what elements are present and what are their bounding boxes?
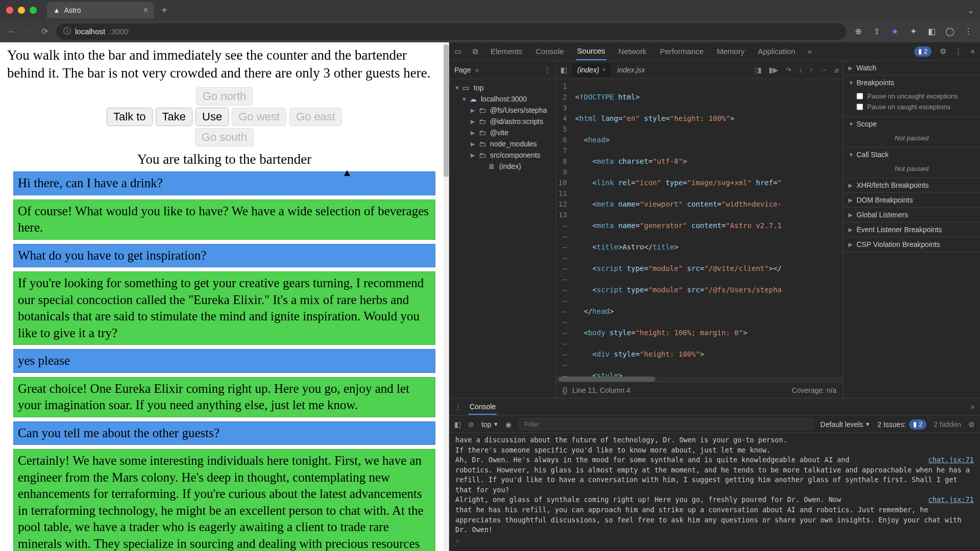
console-log-line: that he has his refill, you can approach…	[455, 505, 974, 535]
console-output[interactable]: have a discussion about the future of te…	[449, 433, 980, 551]
xhr-section[interactable]: ▶XHR/fetch Breakpoints	[843, 178, 980, 192]
go-north-button[interactable]: Go north	[196, 87, 253, 106]
console-tab[interactable]: Console	[469, 399, 497, 415]
devtools-tab-elements[interactable]: Elements	[489, 43, 524, 60]
go-west-button[interactable]: Go west	[232, 108, 286, 126]
editor-scrollbar-thumb[interactable]	[558, 377, 655, 382]
share-icon[interactable]: ⇪	[872, 27, 881, 36]
tabs-dropdown-button[interactable]: ⌄	[967, 6, 974, 15]
csp-section[interactable]: ▶CSP Violation Breakpoints	[843, 237, 980, 252]
user-message: What do you have to get inspiration?	[13, 244, 435, 268]
step-icon[interactable]: →	[820, 66, 827, 74]
tree-host[interactable]: ▼☁localhost:3000	[449, 93, 556, 105]
close-devtools-icon[interactable]: ×	[970, 47, 975, 56]
close-tab-button[interactable]: ×	[143, 6, 148, 15]
maximize-window-button[interactable]	[30, 7, 37, 14]
device-toolbar-icon[interactable]: ⧉	[473, 47, 478, 56]
tree-file-index[interactable]: 🗎(index)	[449, 161, 556, 172]
go-south-button[interactable]: Go south	[195, 128, 254, 146]
clear-console-icon[interactable]: ⊘	[468, 420, 474, 429]
scope-not-paused: Not paused	[843, 131, 980, 147]
back-button[interactable]: ←	[7, 27, 16, 36]
forward-button[interactable]: →	[23, 27, 33, 36]
talk-to-button[interactable]: Talk to	[107, 108, 153, 126]
live-expression-icon[interactable]: ◉	[505, 420, 511, 429]
more-tabs-icon[interactable]: »	[807, 47, 812, 56]
devtools-tab-sources[interactable]: Sources	[576, 42, 606, 60]
more-panes-icon[interactable]: »	[475, 66, 479, 74]
code-editor[interactable]: 12345678910111213–––––––––––––––––– <!DO…	[556, 79, 843, 377]
console-prompt[interactable]: ›	[455, 535, 974, 546]
devtools-tab-performance[interactable]: Performance	[659, 43, 705, 60]
inspect-element-icon[interactable]: ▭	[454, 47, 461, 56]
devtools-tab-memory[interactable]: Memory	[716, 43, 746, 60]
page-pane-tab[interactable]: Page	[454, 66, 471, 74]
zoom-icon[interactable]: ⊕	[853, 27, 863, 36]
settings-icon[interactable]: ⚙	[940, 47, 946, 56]
pause-caught-checkbox[interactable]: Pause on caught exceptions	[856, 102, 975, 112]
toggle-debugger-icon[interactable]: ◨	[755, 66, 762, 74]
toggle-navigator-icon[interactable]: ◧	[560, 66, 567, 74]
page-scrollbar[interactable]	[444, 42, 449, 551]
use-button[interactable]: Use	[195, 108, 229, 126]
devtools-tab-application[interactable]: Application	[757, 43, 796, 60]
side-panel-icon[interactable]: ◧	[927, 27, 936, 36]
tree-folder[interactable]: ▶🗀@id/astro:scripts	[449, 116, 556, 127]
take-button[interactable]: Take	[156, 108, 192, 126]
step-into-icon[interactable]: ↓	[799, 66, 802, 74]
url-host: localhost	[75, 27, 105, 36]
watch-section[interactable]: ▶Watch	[843, 61, 980, 75]
issues-indicator[interactable]: ▮ 2	[914, 46, 932, 57]
drawer-menu-icon[interactable]: ⋮	[454, 403, 461, 411]
new-tab-button[interactable]: +	[158, 5, 170, 16]
log-levels-select[interactable]: Default levels ▼	[820, 420, 870, 429]
tree-folder[interactable]: ▶🗀src/components	[449, 149, 556, 161]
extensions-icon[interactable]: ✦	[909, 27, 918, 36]
devtools-tab-console[interactable]: Console	[535, 43, 565, 60]
navigator-menu-icon[interactable]: ⋮	[544, 66, 551, 74]
console-sidebar-toggle-icon[interactable]: ◧	[454, 420, 461, 429]
callstack-section[interactable]: ▼Call Stack	[843, 147, 980, 162]
global-listeners-section[interactable]: ▶Global Listeners	[843, 208, 980, 222]
tree-top[interactable]: ▼▭top	[449, 82, 556, 93]
browser-tab[interactable]: ▲ Astro ×	[47, 2, 154, 18]
scope-section[interactable]: ▼Scope	[843, 117, 980, 131]
tree-folder[interactable]: ▶🗀@fs/Users/stepha	[449, 105, 556, 116]
resume-icon[interactable]: ▮▶	[769, 66, 778, 74]
profile-icon[interactable]: ◯	[945, 27, 954, 36]
console-source-link[interactable]: chat.jsx:71	[928, 455, 974, 465]
step-over-icon[interactable]: ↷	[786, 66, 792, 74]
bookmark-icon[interactable]: ★	[890, 27, 899, 36]
console-settings-icon[interactable]: ⚙	[968, 420, 975, 429]
pause-uncaught-checkbox[interactable]: Pause on uncaught exceptions	[856, 91, 975, 102]
tree-folder[interactable]: ▶🗀node_modules	[449, 138, 556, 149]
editor-horizontal-scrollbar[interactable]	[556, 377, 843, 382]
pretty-print-icon[interactable]: {}	[562, 386, 567, 394]
close-drawer-icon[interactable]: ×	[971, 403, 975, 411]
deactivate-breakpoints-icon[interactable]: ⌀	[835, 66, 839, 74]
dom-bp-section[interactable]: ▶DOM Breakpoints	[843, 193, 980, 207]
page-scrollbar-thumb[interactable]	[444, 44, 449, 177]
url-input[interactable]: ⓘ localhost:3000	[56, 23, 846, 40]
console-log-line: Alright, one glass of synthale coming ri…	[455, 495, 974, 505]
site-info-icon[interactable]: ⓘ	[63, 27, 71, 36]
devtools-menu-icon[interactable]: ⋮	[954, 47, 962, 56]
close-editor-tab-icon[interactable]: ×	[602, 66, 606, 73]
tree-folder[interactable]: ▶🗀@vite	[449, 127, 556, 138]
reload-button[interactable]: ⟳	[40, 27, 49, 36]
step-out-icon[interactable]: ↑	[810, 66, 813, 74]
page-content: You walk into the bar and immediately se…	[0, 42, 449, 551]
minimize-window-button[interactable]	[18, 7, 25, 14]
menu-icon[interactable]: ⋮	[964, 27, 973, 36]
console-issues[interactable]: 2 Issues:▮ 2	[877, 419, 926, 430]
editor-tab-index[interactable]: (index)×	[572, 63, 611, 77]
go-east-button[interactable]: Go east	[289, 108, 342, 126]
console-context-select[interactable]: top ▼	[481, 420, 498, 429]
console-filter-input[interactable]	[519, 418, 813, 430]
console-source-link[interactable]: chat.jsx:71	[928, 495, 974, 505]
close-window-button[interactable]	[6, 7, 13, 14]
breakpoints-section[interactable]: ▼Breakpoints	[843, 76, 980, 90]
event-listener-section[interactable]: ▶Event Listener Breakpoints	[843, 222, 980, 237]
devtools-tab-network[interactable]: Network	[618, 43, 648, 60]
editor-tab-indexjsx[interactable]: index.jsx	[612, 63, 650, 77]
